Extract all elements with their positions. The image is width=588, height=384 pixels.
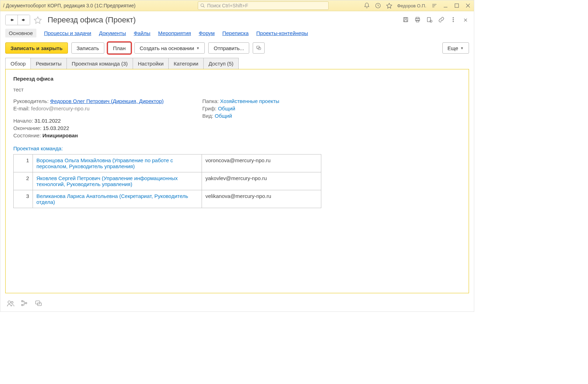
svg-point-21 [453,19,454,20]
save-button[interactable]: Записать [71,42,104,54]
start-value: 31.01.2022 [35,118,61,124]
table-row: 2 Яковлев Сергей Петрович (Управление ин… [14,172,321,190]
toolbar: Записать и закрыть Записать План Создать… [0,42,474,58]
maximize-icon[interactable] [454,2,460,9]
start-label: Начало: [13,118,33,124]
leader-link[interactable]: Федоров Олег Петрович (Дирекция, Директо… [50,98,164,104]
window-title: / Документооборот КОРП, редакция 3.0 (1С… [3,3,135,8]
svg-rect-14 [405,20,407,21]
tab-team[interactable]: Проектная команда (3) [66,58,133,69]
navtab-events[interactable]: Мероприятия [158,30,191,36]
global-search[interactable]: Поиск Ctrl+Shift+F [198,1,329,10]
team-member-link[interactable]: Великанова Лариса Анатольевна (Секретари… [36,193,188,205]
link-icon[interactable] [438,16,444,24]
svg-rect-29 [26,302,27,304]
team-member-mail: voroncova@mercury-npo.ru [202,155,321,172]
discuss-button[interactable] [253,42,265,54]
chat-icon[interactable] [35,300,42,307]
users-icon[interactable] [7,300,14,307]
svg-marker-3 [386,3,392,8]
navtab-correspondence[interactable]: Переписка [222,30,248,36]
star-icon[interactable] [386,2,392,9]
menu-icon[interactable] [431,2,438,9]
save-close-button[interactable]: Записать и закрыть [5,42,68,54]
kebab-icon[interactable] [450,16,456,24]
svg-line-1 [203,6,204,8]
navtab-containers[interactable]: Проекты-контейнеры [256,30,308,36]
nav-back-forward [5,15,30,25]
svg-point-19 [430,20,432,22]
print-icon[interactable] [414,16,421,24]
nav-forward-button[interactable] [18,15,30,25]
titlebar: / Документооборот КОРП, редакция 3.0 (1С… [0,0,474,11]
svg-rect-28 [22,304,23,306]
svg-marker-11 [34,17,41,23]
svg-rect-13 [405,18,407,19]
email-value: fedorov@mercury-npo.ru [31,105,90,111]
navtab-files[interactable]: Файлы [134,30,150,36]
page-title: Переезд офиса (Проект) [48,15,136,25]
svg-point-25 [8,301,10,303]
svg-point-20 [453,17,454,18]
state-value: Инициирован [42,132,78,138]
navtab-processes[interactable]: Процессы и задачи [44,30,91,36]
footer-bar [0,297,474,311]
grif-label: Гриф: [202,105,217,111]
team-member-mail: yakovlev@mercury-npo.ru [202,172,321,190]
save-icon[interactable] [402,16,409,24]
svg-rect-17 [416,20,419,22]
favorite-toggle[interactable] [33,15,43,25]
svg-rect-8 [455,4,459,8]
team-caption: Проектная команда: [13,145,461,151]
search-placeholder: Поиск Ctrl+Shift+F [207,3,248,8]
team-member-link[interactable]: Воронцова Ольга Михайловна (Управление п… [36,157,173,169]
svg-point-22 [453,21,454,22]
project-desc: тест [13,87,461,92]
team-row-num: 3 [14,190,33,208]
navtab-forum[interactable]: Форум [199,30,215,36]
grif-link[interactable]: Общий [218,105,235,111]
state-label: Состояние: [13,132,41,138]
tab-overview[interactable]: Обзор [5,58,31,69]
leader-label: Руководитель: [13,98,49,104]
team-table: 1 Воронцова Ольга Михайловна (Управление… [13,154,321,208]
section-nav: Основное Процессы и задачи Документы Фай… [0,27,474,42]
bell-icon[interactable] [364,2,370,9]
tab-settings[interactable]: Настройки [133,58,169,69]
table-row: 3 Великанова Лариса Анатольевна (Секрета… [14,190,321,208]
detail-tabs: Обзор Реквизиты Проектная команда (3) На… [0,58,474,69]
end-value: 15.03.2022 [43,125,69,131]
svg-point-26 [11,302,13,304]
navtab-main[interactable]: Основное [5,29,36,37]
folder-link[interactable]: Хозяйственные проекты [220,98,279,104]
search-icon [200,3,205,8]
page-header: Переезд офиса (Проект) × [0,11,474,27]
team-row-num: 2 [14,172,33,190]
minimize-icon[interactable] [442,2,449,9]
team-member-link[interactable]: Яковлев Сергей Петрович (Управление инфо… [36,175,178,187]
tree-icon[interactable] [21,300,28,307]
tab-access[interactable]: Доступ (5) [203,58,239,69]
tab-categories[interactable]: Категории [168,58,203,69]
tab-requisites[interactable]: Реквизиты [30,58,67,69]
create-based-button[interactable]: Создать на основании▼ [134,42,205,54]
window-close-icon[interactable] [465,2,471,9]
close-form-icon[interactable]: × [462,16,469,24]
send-button[interactable]: Отправить... [208,42,249,54]
more-button[interactable]: Еще▼ [442,42,469,54]
table-row: 1 Воронцова Ольга Михайловна (Управление… [14,155,321,172]
plan-button[interactable]: План [108,42,131,54]
nav-back-button[interactable] [6,15,18,25]
svg-point-0 [201,4,203,7]
preview-icon[interactable] [426,16,433,24]
navtab-documents[interactable]: Документы [99,30,126,36]
team-row-num: 1 [14,155,33,172]
team-member-mail: velikanova@mercury-npo.ru [202,190,321,208]
email-label: E-mail: [13,105,30,111]
overview-panel: Переезд офиса тест Руководитель: Федоров… [5,69,469,293]
kind-link[interactable]: Общий [215,113,232,119]
current-user[interactable]: Федоров О.П. [397,3,426,8]
email-row: E-mail: fedorov@mercury-npo.ru [13,105,181,111]
history-icon[interactable] [375,2,381,9]
folder-label: Папка: [202,98,219,104]
